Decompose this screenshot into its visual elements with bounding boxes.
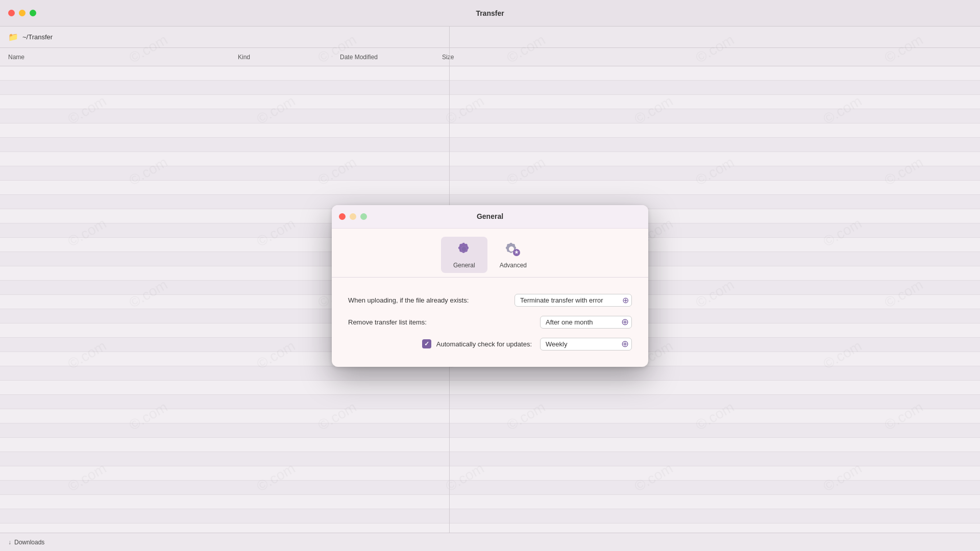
remove-items-row: Remove transfer list items: After one da… <box>348 316 632 329</box>
bottom-bar: ↓ Downloads <box>0 533 980 551</box>
auto-update-select-wrapper: Daily Weekly Monthly Never ⊕ <box>540 338 632 350</box>
modal-body: When uploading, if the file already exis… <box>332 286 648 367</box>
column-headers: Name Kind Date Modified Size <box>0 48 980 66</box>
remove-items-select[interactable]: After one day After one month After one … <box>540 316 632 329</box>
advanced-tab-icon <box>505 241 521 260</box>
general-tab-icon <box>456 241 472 260</box>
remove-items-label: Remove transfer list items: <box>348 318 427 326</box>
modal-minimize-button[interactable] <box>350 213 356 220</box>
file-row <box>0 152 980 166</box>
col-name[interactable]: Name <box>8 54 238 61</box>
tab-advanced-label: Advanced <box>500 262 527 269</box>
file-row <box>0 109 980 123</box>
col-date[interactable]: Date Modified <box>340 54 442 61</box>
upload-exists-row: When uploading, if the file already exis… <box>348 294 632 307</box>
file-row <box>0 466 980 481</box>
modal-close-button[interactable] <box>339 213 346 220</box>
upload-exists-select[interactable]: Terminate transfer with error Overwrite … <box>514 294 632 307</box>
col-kind[interactable]: Kind <box>238 54 340 61</box>
auto-update-checkbox[interactable]: ✓ <box>422 339 431 348</box>
modal-divider <box>332 277 648 278</box>
auto-update-select[interactable]: Daily Weekly Monthly Never <box>540 338 632 350</box>
path-text: ~/Transfer <box>22 33 53 41</box>
window-title: Transfer <box>476 9 504 17</box>
modal-tabs: General Advanced <box>332 229 648 277</box>
auto-update-label: Automatically check for updates: <box>436 340 532 348</box>
title-bar: Transfer <box>0 0 980 27</box>
remove-items-control: After one day After one month After one … <box>540 316 632 329</box>
file-row <box>0 395 980 409</box>
toolbar: 📁 ~/Transfer <box>0 27 980 48</box>
modal-maximize-button[interactable] <box>360 213 367 220</box>
modal-window-controls <box>339 213 367 220</box>
tab-advanced[interactable]: Advanced <box>487 237 539 273</box>
file-row <box>0 423 980 438</box>
file-row <box>0 81 980 95</box>
file-row <box>0 66 980 81</box>
file-row <box>0 495 980 509</box>
auto-update-row: ✓ Automatically check for updates: Daily… <box>348 338 632 350</box>
folder-icon: 📁 <box>8 32 18 42</box>
file-row <box>0 452 980 466</box>
auto-update-control: Daily Weekly Monthly Never ⊕ <box>540 338 632 350</box>
remove-items-select-wrapper: After one day After one month After one … <box>540 316 632 329</box>
close-button[interactable] <box>8 10 15 16</box>
download-icon: ↓ <box>8 539 11 546</box>
file-row <box>0 166 980 181</box>
file-row <box>0 481 980 495</box>
modal-title: General <box>477 212 503 220</box>
window-controls <box>8 10 36 16</box>
preferences-modal: General General <box>332 205 648 367</box>
maximize-button[interactable] <box>30 10 36 16</box>
minimize-button[interactable] <box>19 10 26 16</box>
file-row <box>0 95 980 109</box>
upload-exists-label: When uploading, if the file already exis… <box>348 296 469 304</box>
col-size[interactable]: Size <box>442 54 493 61</box>
file-row <box>0 366 980 381</box>
modal-title-bar: General <box>332 205 648 229</box>
file-row <box>0 181 980 195</box>
tab-general[interactable]: General <box>441 237 487 273</box>
checkbox-checkmark-icon: ✓ <box>424 340 429 347</box>
tab-general-label: General <box>453 262 475 269</box>
file-row <box>0 409 980 423</box>
file-row <box>0 123 980 138</box>
downloads-label: Downloads <box>14 539 44 546</box>
upload-exists-control: Terminate transfer with error Overwrite … <box>514 294 632 307</box>
file-row <box>0 438 980 452</box>
file-row <box>0 509 980 523</box>
file-row <box>0 381 980 395</box>
upload-exists-select-wrapper: Terminate transfer with error Overwrite … <box>514 294 632 307</box>
file-row <box>0 138 980 152</box>
